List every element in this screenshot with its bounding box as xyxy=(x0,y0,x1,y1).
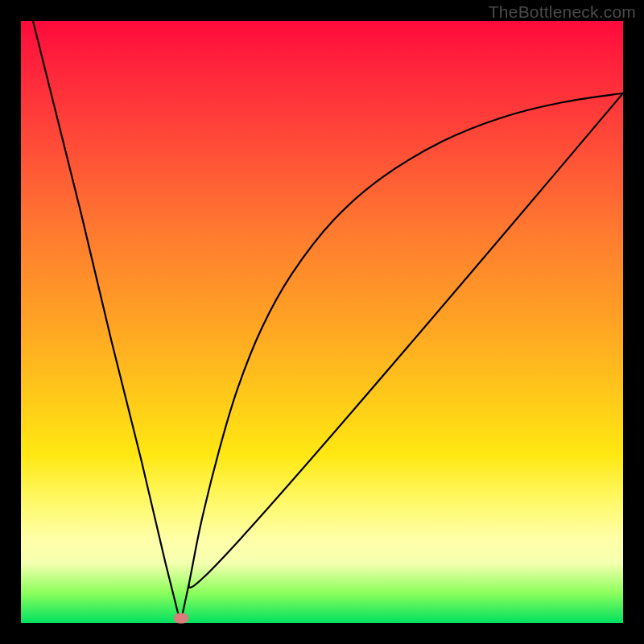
bottleneck-curve xyxy=(21,21,623,623)
chart-frame: TheBottleneck.com xyxy=(0,0,644,644)
curve-path xyxy=(33,21,623,623)
plot-area xyxy=(21,21,623,623)
watermark-text: TheBottleneck.com xyxy=(489,2,636,22)
minimum-marker xyxy=(174,613,188,624)
